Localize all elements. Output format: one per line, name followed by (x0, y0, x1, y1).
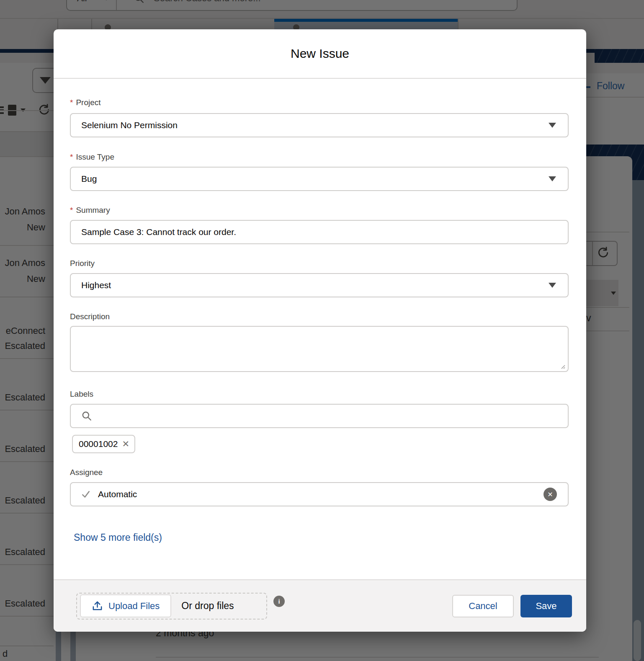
chevron-down-icon (549, 283, 556, 288)
labels-search-input[interactable] (70, 404, 569, 428)
labels-label: Labels (70, 389, 93, 400)
summary-label: * Summary (70, 205, 110, 216)
search-icon (81, 411, 92, 421)
assignee-value: Automatic (98, 489, 544, 499)
new-issue-modal: New Issue * Project Selenium No Permissi… (54, 29, 586, 632)
show-more-fields-link[interactable]: Show 5 more field(s) (74, 532, 162, 543)
summary-input[interactable]: Sample Case 3: Cannot track our order. (70, 220, 569, 244)
assignee-combobox[interactable]: Automatic ✕ (70, 482, 569, 506)
chevron-down-icon (549, 176, 556, 181)
description-label: Description (70, 311, 110, 322)
project-select[interactable]: Selenium No Permission (70, 113, 569, 137)
assignee-label: Assignee (70, 467, 103, 478)
issue-type-select[interactable]: Bug (70, 167, 569, 191)
upload-files-label: Upload Files (108, 601, 160, 612)
priority-value: Highest (81, 280, 549, 290)
modal-footer: Upload Files Or drop files i Cancel Save (54, 579, 586, 632)
required-asterisk: * (70, 97, 73, 108)
resize-handle-icon[interactable] (559, 363, 566, 369)
modal-header: New Issue (54, 29, 586, 79)
project-label: * Project (70, 97, 101, 108)
priority-select[interactable]: Highest (70, 273, 569, 297)
upload-icon (92, 600, 103, 612)
save-button[interactable]: Save (520, 595, 572, 617)
drop-files-hint: Or drop files (181, 600, 234, 612)
remove-chip-icon[interactable]: ✕ (122, 439, 129, 449)
required-asterisk: * (70, 205, 73, 216)
label-chip-text: 00001002 (79, 439, 118, 449)
modal-title: New Issue (291, 46, 349, 61)
required-asterisk: * (70, 152, 73, 163)
clear-assignee-button[interactable]: ✕ (544, 488, 557, 501)
issue-type-value: Bug (81, 174, 549, 184)
file-dropzone[interactable]: Upload Files Or drop files (76, 593, 267, 620)
project-value: Selenium No Permission (81, 120, 549, 130)
issue-type-label: * Issue Type (70, 152, 114, 163)
description-textarea[interactable] (70, 326, 569, 372)
summary-value: Sample Case 3: Cannot track our order. (81, 227, 556, 237)
check-icon (81, 490, 90, 499)
priority-label: Priority (70, 258, 95, 269)
chevron-down-icon (549, 123, 556, 128)
info-icon[interactable]: i (273, 596, 285, 607)
screen: All Search Cases and more... (0, 0, 644, 661)
cancel-button[interactable]: Cancel (452, 595, 514, 617)
upload-files-button[interactable]: Upload Files (80, 594, 171, 617)
label-chip[interactable]: 00001002 ✕ (72, 435, 135, 453)
